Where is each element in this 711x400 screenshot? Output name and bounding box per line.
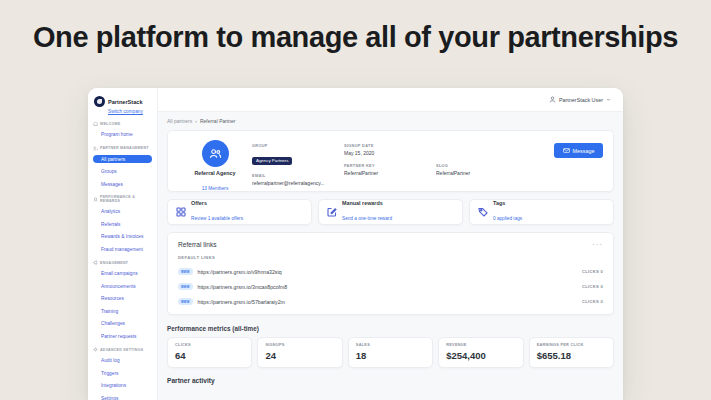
performance-metrics-title: Performance metrics (all-time)	[167, 325, 614, 332]
metric-signups: SIGNUPS 24	[257, 337, 342, 368]
members-link[interactable]: 13 Members	[202, 186, 229, 191]
switch-company-link[interactable]: Switch company	[108, 109, 152, 114]
home-icon	[93, 121, 98, 126]
breadcrumb: All partners › Referral Partner	[167, 118, 614, 124]
metric-revenue: REVENUE $254,400	[438, 337, 523, 368]
signup-date-value: May 15, 2020	[344, 150, 422, 156]
partner-key-value: ReferralPartner	[344, 170, 422, 176]
referral-links-card: Referral links ··· DEFAULT LINKS WWW htt…	[167, 232, 614, 315]
sidebar-item-challenges[interactable]: Challenges	[93, 320, 152, 328]
referral-link-row: WWW https://partners.grsm.io/v9hnna32stq…	[178, 268, 603, 275]
sidebar-item-fraud-management[interactable]: Fraud management	[93, 245, 152, 253]
group-badge: Agency Partners	[252, 157, 292, 165]
user-menu-label: PartnerStack User	[559, 97, 603, 103]
referral-link-url-3[interactable]: https://partners.grsm.io/57barlaraiy2m	[198, 299, 285, 305]
envelope-icon	[563, 148, 570, 153]
sidebar-item-integrations[interactable]: Integrations	[93, 382, 152, 390]
offers-card[interactable]: Offers Review 1 available offers	[167, 199, 312, 225]
manual-rewards-title: Manual rewards	[342, 200, 392, 206]
partner-avatar	[202, 140, 229, 167]
referral-link-row: WWW https://partners.grsm.io/3mcax8pcofm…	[178, 283, 603, 290]
chevron-down-icon	[606, 97, 611, 102]
medal-icon	[93, 197, 98, 202]
manual-rewards-link[interactable]: Send a one-time reward	[342, 216, 392, 221]
link-clicks-1: CLICKS 0	[582, 269, 603, 274]
manual-rewards-card[interactable]: Manual rewards Send a one-time reward	[318, 199, 463, 225]
edit-icon	[327, 207, 337, 217]
partner-key-label: PARTNER KEY	[344, 163, 422, 168]
metric-earnings-per-click: EARNINGS PER CLICK $655.18	[529, 337, 614, 368]
user-menu[interactable]: PartnerStack User	[549, 96, 611, 103]
slug-label: SLUG	[436, 163, 514, 168]
referral-link-row: WWW https://partners.grsm.io/57barlaraiy…	[178, 298, 603, 305]
partnerstack-logo-icon	[94, 96, 105, 107]
email-value: referralpartner@referralagency...	[252, 180, 330, 186]
metrics-row: CLICKS 64 SIGNUPS 24 SALES 18 REVENUE $2…	[167, 337, 614, 368]
email-label: EMAIL	[252, 173, 330, 178]
app-window: PartnerStack Switch company WELCOME Prog…	[88, 88, 623, 400]
sidebar-item-referrals[interactable]: Referrals	[93, 220, 152, 228]
sidebar-item-messages[interactable]: Messages	[93, 180, 152, 188]
nav-section-partner-management: PARTNER MANAGEMENT	[93, 146, 152, 151]
main-area: PartnerStack User All partners › Referra…	[158, 88, 623, 400]
partner-name: Referral Agency	[178, 170, 252, 176]
sidebar-item-all-partners[interactable]: All partners	[93, 155, 152, 163]
tags-title: Tags	[493, 200, 522, 206]
slug-value: ReferralPartner	[436, 170, 514, 176]
gear-icon	[93, 347, 98, 352]
nav-section-welcome: WELCOME	[93, 121, 152, 126]
tag-icon	[478, 207, 488, 217]
nav-section-engagement: ENGAGEMENT	[93, 260, 152, 265]
message-button[interactable]: Message	[554, 143, 603, 158]
link-clicks-3: CLICKS 0	[582, 299, 603, 304]
link-badge-icon: WWW	[178, 268, 193, 275]
topbar: PartnerStack User	[158, 88, 623, 112]
metric-clicks: CLICKS 64	[167, 337, 252, 368]
sidebar-item-resources[interactable]: Resources	[93, 295, 152, 303]
sidebar-item-email-campaigns[interactable]: Email campaigns	[93, 270, 152, 278]
sidebar-item-announcements[interactable]: Announcements	[93, 282, 152, 290]
link-badge-icon: WWW	[178, 298, 193, 305]
grid-icon	[176, 207, 186, 217]
tags-card[interactable]: Tags 0 applied tags	[469, 199, 614, 225]
overflow-menu-icon[interactable]: ···	[592, 243, 603, 247]
sidebar-item-audit-log[interactable]: Audit log	[93, 357, 152, 365]
megaphone-icon	[93, 260, 98, 265]
group-label: GROUP	[252, 143, 330, 148]
sidebar-item-program-home[interactable]: Program home	[93, 131, 152, 139]
sidebar-item-training[interactable]: Training	[93, 307, 152, 315]
group-icon	[209, 147, 222, 160]
nav-section-advanced-settings: ADVANCED SETTINGS	[93, 347, 152, 352]
breadcrumb-current: Referral Partner	[200, 118, 236, 124]
partner-fields: GROUP Agency Partners EMAIL referralpart…	[252, 140, 514, 182]
sidebar-item-settings[interactable]: Settings	[93, 394, 152, 400]
nav-section-performance-rewards: PERFORMANCE & REWARDS	[93, 195, 152, 203]
sidebar-nav: WELCOME Program home PARTNER MANAGEMENT …	[93, 121, 152, 400]
metric-sales: SALES 18	[348, 337, 433, 368]
referral-link-url-1[interactable]: https://partners.grsm.io/v9hnna32stq	[198, 269, 282, 275]
page-title: One platform to manage all of your partn…	[0, 21, 711, 54]
breadcrumb-separator: ›	[195, 118, 197, 124]
sidebar-item-analytics[interactable]: Analytics	[93, 208, 152, 216]
referral-link-url-2[interactable]: https://partners.grsm.io/3mcax8pcofm8	[198, 284, 288, 290]
offers-title: Offers	[191, 200, 243, 206]
link-badge-icon: WWW	[178, 283, 193, 290]
user-icon	[549, 96, 556, 103]
sidebar: PartnerStack Switch company WELCOME Prog…	[88, 88, 158, 400]
signup-date-label: SIGNUP DATE	[344, 143, 422, 148]
sidebar-item-triggers[interactable]: Triggers	[93, 369, 152, 377]
action-cards: Offers Review 1 available offers Manual …	[167, 199, 614, 225]
sidebar-item-partner-requests[interactable]: Partner requests	[93, 332, 152, 340]
users-icon	[93, 146, 98, 151]
brand-name: PartnerStack	[108, 99, 143, 105]
sidebar-item-rewards-invoices[interactable]: Rewards & Invoices	[93, 233, 152, 241]
breadcrumb-all-partners[interactable]: All partners	[167, 118, 192, 124]
brand: PartnerStack	[93, 96, 152, 107]
tags-link[interactable]: 0 applied tags	[493, 216, 522, 221]
link-clicks-2: CLICKS 0	[582, 284, 603, 289]
hero-section: One platform to manage all of your partn…	[0, 21, 711, 54]
offers-link[interactable]: Review 1 available offers	[191, 216, 243, 221]
sidebar-item-groups[interactable]: Groups	[93, 168, 152, 176]
partner-identity: Referral Agency 13 Members	[178, 140, 252, 182]
content-area: All partners › Referral Partner Referral…	[158, 112, 623, 400]
